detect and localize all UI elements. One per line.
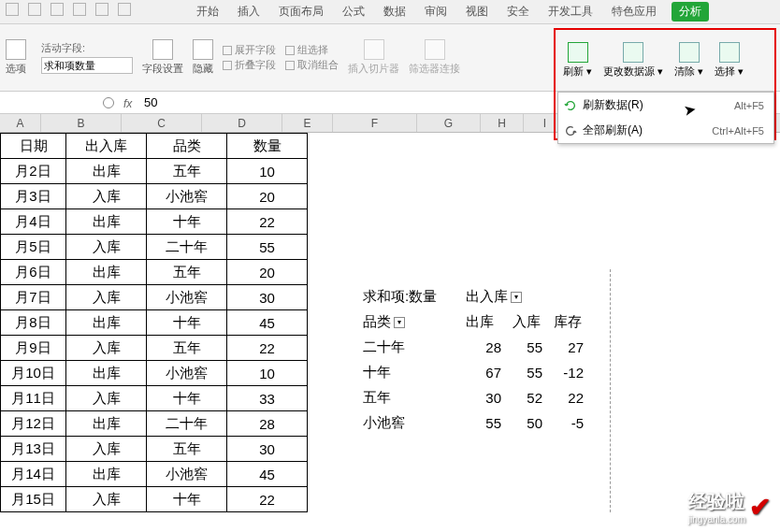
tab-data[interactable]: 数据 — [374, 0, 415, 23]
cell[interactable]: 55 — [227, 235, 308, 260]
cell[interactable]: 月11日 — [1, 386, 66, 411]
cell[interactable]: 小池窖 — [147, 361, 227, 386]
cell[interactable]: 出库 — [66, 260, 147, 285]
table-row[interactable]: 月14日出库小池窖45 — [1, 462, 308, 487]
cell[interactable]: 五年 — [147, 159, 227, 184]
pivot-row[interactable]: 十年6755-12 — [357, 360, 589, 385]
cell[interactable]: 十年 — [147, 310, 227, 336]
table-row[interactable]: 月13日入库五年30 — [1, 437, 308, 462]
table-row[interactable]: 月11日入库十年33 — [1, 386, 308, 411]
qa-icon[interactable] — [73, 3, 86, 16]
qa-icon[interactable] — [51, 3, 64, 16]
qa-icon[interactable] — [28, 3, 41, 16]
cell[interactable]: 出库 — [66, 159, 147, 184]
refresh-all-item[interactable]: 全部刷新(A) Ctrl+Alt+F5 — [558, 118, 773, 143]
cell[interactable]: 45 — [227, 462, 308, 487]
pivot-cat[interactable]: 二十年 — [357, 335, 460, 360]
cell[interactable]: 五年 — [147, 437, 227, 462]
cell[interactable]: 十年 — [147, 386, 227, 411]
cell[interactable]: 22 — [227, 336, 308, 361]
pivot-cat[interactable]: 十年 — [357, 360, 460, 385]
cell[interactable]: 出库 — [66, 462, 147, 487]
pivot-cell[interactable]: -12 — [548, 360, 589, 385]
pivot-io-header[interactable]: 出入库▾ — [460, 284, 589, 309]
tab-layout[interactable]: 页面布局 — [269, 0, 333, 23]
cell[interactable]: 出库 — [66, 209, 147, 235]
collapse-field[interactable]: 折叠字段 — [223, 58, 276, 72]
filter-icon[interactable]: ▾ — [511, 292, 522, 303]
cell[interactable]: 月10日 — [1, 361, 66, 386]
cell[interactable]: 五年 — [147, 336, 227, 361]
cell[interactable]: 五年 — [147, 260, 227, 285]
cell[interactable]: 月12日 — [1, 411, 66, 437]
tab-view[interactable]: 视图 — [456, 0, 498, 23]
header-category[interactable]: 品类 — [147, 134, 227, 159]
cell[interactable]: 月13日 — [1, 437, 66, 462]
group-select[interactable]: 组选择 — [285, 43, 339, 57]
cell[interactable]: 10 — [227, 159, 308, 184]
cell[interactable]: 20 — [227, 184, 308, 209]
expand-field[interactable]: 展开字段 — [223, 43, 276, 57]
zoom-icon[interactable] — [103, 97, 114, 108]
pivot-cell[interactable]: 55 — [507, 335, 548, 360]
col-header[interactable]: A — [0, 114, 41, 132]
cell[interactable]: 20 — [227, 260, 308, 285]
cell[interactable]: 十年 — [147, 209, 227, 235]
pivot-sum-label[interactable]: 求和项:数量 — [357, 284, 460, 309]
cell[interactable]: 22 — [227, 209, 308, 235]
table-row[interactable]: 月7日入库小池窖30 — [1, 285, 308, 310]
cell[interactable]: 月4日 — [1, 209, 66, 235]
table-row[interactable]: 月4日出库十年22 — [1, 209, 308, 235]
pivot-cell[interactable]: 50 — [507, 410, 548, 436]
header-qty[interactable]: 数量 — [227, 134, 308, 159]
col-header[interactable]: C — [122, 114, 202, 132]
table-row[interactable]: 月9日入库五年22 — [1, 336, 308, 361]
tab-special[interactable]: 特色应用 — [602, 0, 666, 23]
table-row[interactable]: 月5日入库二十年55 — [1, 235, 308, 260]
qa-icon[interactable] — [95, 3, 108, 16]
tab-review[interactable]: 审阅 — [415, 0, 456, 23]
cell[interactable]: 45 — [227, 310, 308, 336]
col-header[interactable]: D — [202, 114, 282, 132]
pivot-cell[interactable]: 30 — [460, 385, 507, 410]
pivot-stock-header[interactable]: 库存 — [548, 309, 589, 335]
cell[interactable]: 28 — [227, 411, 308, 437]
tab-dev[interactable]: 开发工具 — [539, 0, 602, 23]
fx-icon[interactable]: fx — [123, 97, 135, 108]
clear-button[interactable]: 清除 ▾ — [671, 40, 707, 80]
pivot-cat-label[interactable]: 品类▾ — [357, 309, 460, 335]
cell[interactable]: 月8日 — [1, 310, 66, 336]
refresh-data-item[interactable]: 刷新数据(R) Alt+F5 — [558, 93, 773, 118]
pivot-cell[interactable]: -5 — [548, 410, 589, 436]
tab-insert[interactable]: 插入 — [228, 0, 269, 23]
data-area[interactable]: 日期 出入库 品类 数量 月2日出库五年10月3日入库小池窖20月4日出库十年2… — [0, 133, 780, 512]
main-data-table[interactable]: 日期 出入库 品类 数量 月2日出库五年10月3日入库小池窖20月4日出库十年2… — [0, 133, 308, 512]
cell[interactable]: 小池窖 — [147, 285, 227, 310]
cell[interactable]: 入库 — [66, 285, 147, 310]
table-row[interactable]: 月15日入库十年22 — [1, 487, 308, 512]
cell[interactable]: 小池窖 — [147, 184, 227, 209]
table-row[interactable]: 月3日入库小池窖20 — [1, 184, 308, 209]
col-header[interactable]: G — [417, 114, 481, 132]
cell[interactable]: 月9日 — [1, 336, 66, 361]
cell[interactable]: 出库 — [66, 310, 147, 336]
cell[interactable]: 入库 — [66, 437, 147, 462]
cell[interactable]: 月7日 — [1, 285, 66, 310]
pivot-cell[interactable]: 55 — [507, 360, 548, 385]
cell[interactable]: 入库 — [66, 487, 147, 512]
cell[interactable]: 月14日 — [1, 462, 66, 487]
table-row[interactable]: 月10日出库小池窖10 — [1, 361, 308, 386]
pivot-cell[interactable]: 67 — [460, 360, 507, 385]
qa-icon[interactable] — [6, 3, 19, 16]
pivot-in-header[interactable]: 入库 — [507, 309, 548, 335]
qa-icon[interactable] — [118, 3, 131, 16]
pivot-cat[interactable]: 小池窖 — [357, 410, 460, 436]
cell[interactable]: 二十年 — [147, 235, 227, 260]
formula-value[interactable]: 50 — [144, 95, 157, 109]
tab-start[interactable]: 开始 — [187, 0, 228, 23]
header-date[interactable]: 日期 — [1, 134, 66, 159]
pivot-row[interactable]: 五年305222 — [357, 385, 589, 410]
select-button[interactable]: 选择 ▾ — [711, 40, 747, 80]
cell[interactable]: 二十年 — [147, 411, 227, 437]
cell[interactable]: 出库 — [66, 411, 147, 437]
